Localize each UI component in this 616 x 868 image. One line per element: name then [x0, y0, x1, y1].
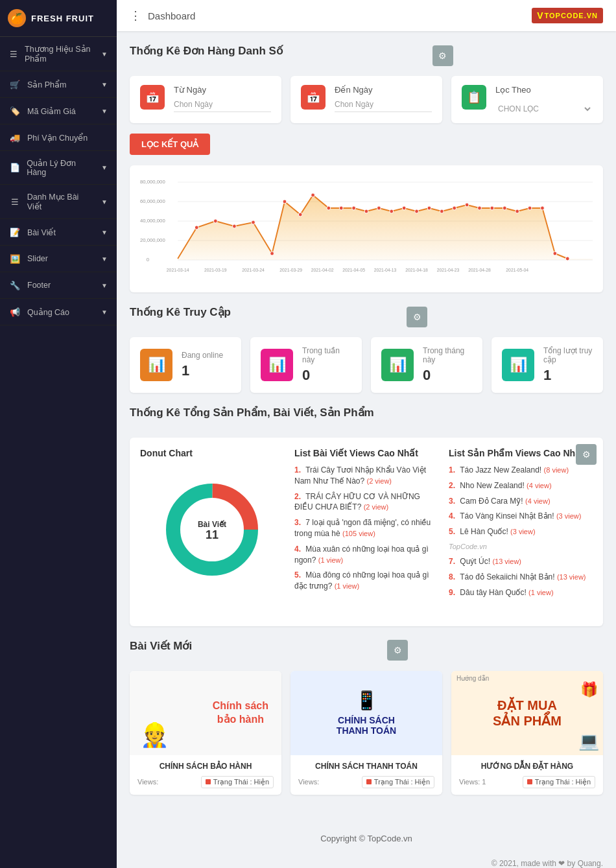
svg-text:2021-04-05: 2021-04-05 [342, 268, 365, 272]
article-card-title-order: HƯỚNG DẪN ĐẶT HÀNG [459, 762, 595, 771]
product-text: Táo Vàng Kinsei Nhật Bản! [460, 511, 554, 521]
svg-text:80,000,000: 80,000,000 [140, 179, 165, 185]
new-article-cards: 👷 Chính sáchbảo hành CHÍNH SÁCH BẢO HÀNH… [130, 671, 603, 795]
chart-point [528, 206, 532, 210]
product-views: (8 view) [544, 466, 569, 474]
sidebar-item-danh-muc-bai-viet[interactable]: ☰ Danh Mục Bài Viết ▼ [0, 185, 117, 219]
sidebar-item-quan-ly-don-hang[interactable]: 📄 Quản Lý Đơn Hàng ▼ [0, 151, 117, 185]
list-item: 1. Trái Cây Tươi Nhập Khẩu Vào Việt Nam … [294, 465, 438, 487]
topbar-title: Dashboard [148, 10, 195, 21]
list-item: 5. Mùa đông có những loại hoa quả gì đặc… [294, 570, 438, 592]
from-date-label: Từ Ngày [174, 85, 271, 95]
list-item: 4. Táo Vàng Kinsei Nhật Bản! (3 view) [449, 511, 593, 522]
sidebar-item-bai-viet[interactable]: 📝 Bài Viết ▼ [0, 219, 117, 246]
chart-point [415, 209, 419, 213]
chart-point [478, 206, 482, 210]
chart-point [440, 209, 444, 213]
article-views: (2 view) [367, 477, 392, 485]
stat-card-online: 📊 Đang online 1 [130, 337, 241, 393]
access-stats-cards: 📊 Đang online 1 📊 Trong tuần này 0 📊 Tro… [130, 337, 603, 393]
product-views: (4 view) [525, 497, 551, 505]
chart-point [327, 206, 331, 210]
chart-point [541, 206, 545, 210]
menu-icon[interactable]: ⋮ [130, 8, 141, 23]
list-item: 5. Lê Hàn Quốc! (3 view) [449, 526, 593, 537]
sidebar-item-footer[interactable]: 🔧 Footer ▼ [0, 272, 117, 299]
svg-text:2021-04-23: 2021-04-23 [437, 268, 460, 272]
sidebar-item-label: Danh Mục Bài Viết [27, 192, 95, 211]
views-label-payment: Views: [298, 778, 319, 786]
chart-point [465, 203, 469, 207]
sidebar-item-label: Quản Lý Đơn Hàng [27, 158, 95, 177]
sidebar-item-label: Phí Vận Chuyển [27, 133, 88, 143]
stat-online-content: Đang online 1 [182, 351, 231, 379]
article-views: (105 view) [342, 530, 375, 537]
store-icon: ☰ [9, 48, 18, 60]
chart-point [377, 206, 381, 210]
svg-text:0: 0 [147, 257, 150, 263]
chevron-down-icon: ▼ [101, 255, 108, 263]
month-icon: 📊 [381, 349, 414, 381]
article-views: (2 view) [364, 503, 389, 511]
sidebar-item-quang-cao[interactable]: 📢 Quảng Cáo ▼ [0, 299, 117, 325]
new-articles-settings-button[interactable]: ⚙ [387, 640, 408, 661]
sidebar-item-ma-giam-gia[interactable]: 🏷️ Mã Giảm Giá ▼ [0, 98, 117, 124]
chevron-down-icon: ▼ [101, 81, 108, 88]
stat-card-total: 📊 Tổng lượt truy cập 1 [492, 337, 603, 393]
chart-point [364, 209, 368, 213]
sidebar-logo-text: FRESH FRUIT [31, 14, 94, 23]
status-dot-payment [366, 779, 372, 784]
sidebar-item-thuong-hieu[interactable]: ☰ Thương Hiệu Sản Phẩm ▼ [0, 37, 117, 71]
chart-point [311, 193, 315, 197]
product-stats-title: Thống Kê Tổng Sản Phẩm, Bài Viết, Sản Ph… [130, 406, 374, 419]
donut-svg: Bài Viết 11 [160, 478, 264, 581]
order-stats-settings-button[interactable]: ⚙ [432, 45, 453, 66]
sidebar-item-phi-van-chuyen[interactable]: 🚚 Phí Vận Chuyển [0, 124, 117, 151]
stat-month-label: Trong tháng này [423, 346, 472, 364]
stat-card-month: 📊 Trong tháng này 0 [371, 337, 482, 393]
filter-select[interactable]: CHON LỌC [495, 104, 593, 114]
status-badge-payment: Trạng Thái : Hiện [362, 776, 434, 788]
sidebar-item-label: Footer [27, 281, 51, 290]
product-stats-header: Thống Kê Tổng Sản Phẩm, Bài Viết, Sản Ph… [130, 406, 603, 428]
from-date-value: Chon Ngày [174, 100, 271, 112]
access-stats-settings-button[interactable]: ⚙ [407, 307, 427, 327]
stat-week-content: Trong tuần này 0 [302, 346, 351, 384]
order-chart: 80,000,000 60,000,000 40,000,000 20,000,… [130, 165, 603, 292]
topbar-left: ⋮ Dashboard [130, 8, 195, 23]
articles-list-title: List Bài Viết Views Cao Nhất [294, 448, 438, 458]
products-col: List Sản Phẩm Views Cao Nhất 1. Táo Jazz… [449, 448, 593, 603]
filter-button[interactable]: LỌC KẾT QUẢ [130, 134, 210, 155]
list-item: 1. Táo Jazz New Zealand! (8 view) [449, 465, 593, 476]
product-views: (3 view) [556, 512, 582, 520]
sidebar-item-san-pham[interactable]: 🛒 Sản Phẩm ▼ [0, 71, 117, 98]
date-filter-cards: 📅 Từ Ngày Chon Ngày 📅 Đến Ngày Chon Ngày… [130, 76, 603, 123]
article-card-footer-order: Views: 1 Trạng Thái : Hiện [459, 776, 595, 788]
chart-point [252, 220, 255, 224]
online-icon: 📊 [140, 349, 172, 381]
status-badge-warranty: Trạng Thái : Hiện [201, 776, 274, 788]
chevron-down-icon: ▼ [101, 282, 108, 289]
product-stats-settings-button[interactable]: ⚙ [576, 444, 597, 465]
list-icon: ☰ [9, 196, 21, 207]
product-views: (13 view) [492, 557, 521, 565]
copyright-text: Copyright © TopCode.vn [320, 834, 412, 843]
article-card-footer-warranty: Views: Trạng Thái : Hiện [137, 776, 274, 788]
tag-icon: 🏷️ [9, 105, 21, 117]
list-item: 3. Cam Đỏ Cara Mỹ! (4 view) [449, 496, 593, 507]
chart-point [453, 206, 456, 210]
sidebar-item-slider[interactable]: 🖼️ Slider ▼ [0, 246, 117, 272]
donut-wrapper: Bài Viết 11 [140, 465, 284, 594]
stat-online-label: Đang online [182, 351, 231, 360]
list-item: 4. Mùa xuân có những loại hoa quả gì ngo… [294, 544, 438, 566]
page-footer: Copyright © TopCode.vn [117, 821, 616, 856]
list-item: 3. 7 loại quả 'ngon đã miệng', có nhiều … [294, 517, 438, 539]
stat-week-label: Trong tuần này [302, 346, 351, 364]
new-articles-title: Bài Viết Mới [130, 639, 192, 653]
order-stats-title: Thống Kê Đơn Hàng Danh Số [130, 44, 283, 58]
access-stats-title: Thống Kê Truy Cập [130, 305, 231, 319]
status-badge-order: Trạng Thái : Hiện [523, 776, 595, 788]
chart-point [298, 213, 302, 217]
new-articles-header: Bài Viết Mới ⚙ [130, 639, 603, 662]
logo-icon: 🍊 [8, 9, 26, 27]
